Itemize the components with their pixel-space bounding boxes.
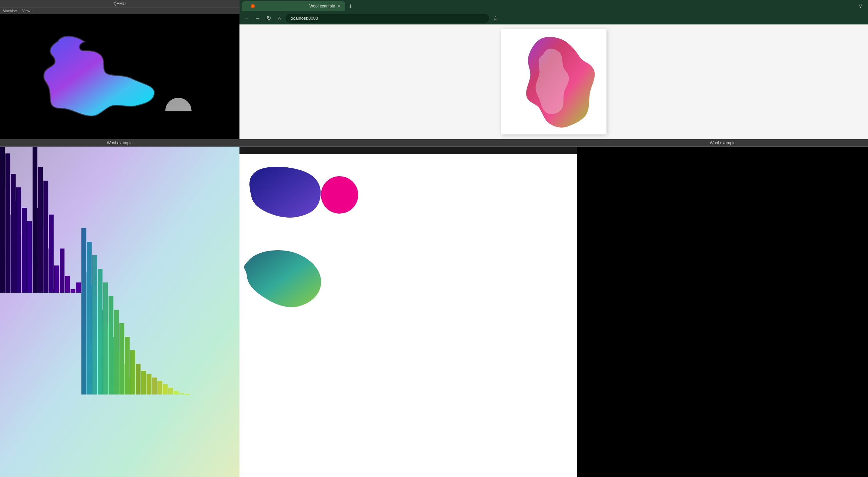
forward-button[interactable]: → [253,14,263,23]
blobs-svg [239,154,577,477]
bottom-middle-panel [239,139,577,477]
back-button[interactable]: ← [242,14,252,23]
browser-tab[interactable]: Wool example ✕ [242,1,345,11]
bottom-left-panel: Wool example [0,139,239,477]
tab-favicon-icon [246,1,307,11]
bottom-left-title: Wool example [107,141,133,145]
bookmark-button[interactable]: ☆ [493,14,499,22]
qemu-menubar: Machine View [0,7,239,14]
bottom-left-titlebar: Wool example [0,139,239,147]
qemu-title: QEMU [114,1,126,6]
bottom-middle-canvas [239,154,577,477]
bottom-right-canvas [577,147,868,477]
browser-panel: Wool example ✕ + ∨ ← → ↻ ⌂ ☆ [239,0,868,139]
home-button[interactable]: ⌂ [275,14,284,23]
bottom-right-title: Wool example [710,141,736,145]
browser-titlebar: Wool example ✕ + ∨ [239,0,868,12]
qemu-canvas [0,14,239,139]
qemu-titlebar: QEMU [0,0,239,7]
new-tab-button[interactable]: + [349,2,353,10]
address-bar[interactable] [286,14,489,23]
browser-toolbar: ← → ↻ ⌂ ☆ [239,12,868,24]
bottom-right-titlebar: Wool example [577,139,868,147]
svg-rect-71 [0,147,239,477]
browser-content [239,24,868,139]
svg-point-72 [321,176,358,214]
browser-expand-button[interactable]: ∨ [859,3,863,9]
menu-machine[interactable]: Machine [3,9,17,13]
svg-point-1 [252,5,254,7]
menu-view[interactable]: View [22,9,31,13]
qemu-svg [0,14,239,139]
tab-close-button[interactable]: ✕ [337,3,341,9]
bottom-middle-titlebar [239,139,577,147]
browser-card-svg [504,32,604,132]
reload-button[interactable]: ↻ [264,14,273,23]
browser-card [501,29,606,134]
bottom-right-panel: Wool example [577,139,868,477]
bar-chart-svg [0,147,239,477]
qemu-panel: QEMU Machine View [0,0,239,139]
tab-title: Wool example [309,4,335,8]
bottom-left-canvas [0,147,239,477]
